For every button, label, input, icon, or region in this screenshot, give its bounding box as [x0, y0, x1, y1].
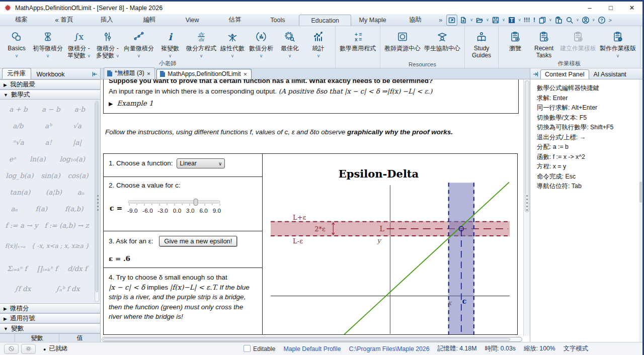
chevron-down-icon[interactable]: ∨ [592, 18, 595, 22]
chevron-down-icon[interactable]: ∨ [502, 18, 505, 22]
palette-expression[interactable]: aₙ [11, 205, 18, 213]
palette-expression[interactable]: eᵃ [9, 155, 16, 163]
menu-insert[interactable]: 插入 [86, 14, 128, 26]
palette-expression[interactable]: f(x)|ₓ₌ₐ [5, 242, 26, 249]
palette-expression[interactable]: sin(a) [41, 171, 60, 180]
menu-view[interactable]: View [171, 14, 214, 26]
palette-expression[interactable]: ln(a) [30, 155, 46, 163]
c-value-slider[interactable] [127, 197, 222, 207]
palette-expression[interactable]: f(a,b) [65, 205, 84, 213]
close-button[interactable]: ✕ [621, 2, 642, 14]
menu-overflow-icon[interactable] [437, 14, 444, 26]
palette-expression[interactable]: ∫ₐᵇ f dx [56, 285, 79, 293]
epsilon-delta-plot[interactable]: Epsilon-Delta L+ε 2*ε L L-ε y x c [263, 154, 517, 334]
tab-workbook[interactable]: Workbook [32, 70, 69, 79]
scrollbar-thumb[interactable] [525, 80, 529, 212]
section-calculus[interactable]: 微積分 [0, 303, 100, 313]
palette-expression[interactable]: tan(a) [10, 188, 30, 196]
palette-expression[interactable]: a − b [42, 105, 60, 113]
slider-thumb[interactable] [194, 199, 198, 206]
ribbon-item-recent-tasks[interactable]: Recent Tasks [530, 29, 558, 59]
interrupt-button[interactable] [4, 344, 19, 354]
palette-expression[interactable]: log₁₀(a) [60, 155, 86, 163]
section-variables[interactable]: 變數 [0, 323, 100, 333]
close-tab-icon[interactable] [244, 70, 248, 77]
ribbon-item-differential-equations[interactable]: dydx 微分方程式 [185, 29, 218, 59]
chevron-down-icon[interactable]: ∨ [518, 18, 521, 22]
palette-expression[interactable]: f := (a,b) → z [45, 221, 89, 229]
ribbon-item-study-guides[interactable]: Study Guides [467, 29, 496, 59]
palette-expression[interactable]: |a| [73, 138, 82, 146]
open-file-icon[interactable] [474, 15, 485, 25]
ribbon-item-complex-variables[interactable]: i 複變數 [156, 29, 184, 59]
ribbon-item-elementary-calculus[interactable]: 初等微積分 [31, 29, 64, 59]
example-toggle[interactable]: Example 1 [109, 99, 513, 107]
ribbon-item-calculus-single-variable[interactable]: ∫x 微積分 - 單變數 [65, 29, 93, 59]
palette-expression[interactable]: (a¦b) [46, 188, 62, 196]
palette-expression[interactable]: ⁿ√a [13, 138, 24, 146]
palette-expression[interactable]: { -x, x<a ; x, x≥a } [31, 242, 89, 249]
palette-expression[interactable]: a·b [74, 105, 85, 113]
section-common-symbols[interactable]: 通用符號 [0, 313, 100, 323]
workbook-navigator-icon[interactable] [446, 15, 457, 26]
ribbon-item-numerical-analysis[interactable]: 數值分析 [247, 29, 275, 59]
palette-expression[interactable]: aₙ [77, 188, 85, 196]
ribbon-item-student-help-center[interactable]: 學生協助中心 [423, 29, 462, 52]
close-tab-icon[interactable] [147, 70, 151, 77]
left-splitter-handle[interactable] [96, 195, 99, 211]
settings-button[interactable] [21, 344, 36, 354]
tab-ai-assistant[interactable]: AI Assistant [590, 70, 630, 79]
ribbon-item-make-template[interactable]: 製作作業樣版 [598, 29, 637, 59]
execute-all-icon[interactable]: !!! [523, 16, 531, 24]
palette-expression[interactable]: a! [45, 138, 51, 146]
collapse-panel-icon[interactable] [531, 71, 540, 79]
ribbon-item-teacher-resource-center[interactable]: 教師資源中心 [383, 29, 422, 52]
execute-icon[interactable]: ! [532, 16, 536, 24]
new-document-icon[interactable] [458, 15, 468, 25]
paste-icon[interactable] [553, 15, 564, 25]
tab-context-panel[interactable]: Context Panel [540, 69, 589, 79]
palette-expression[interactable]: log_b(a) [6, 171, 33, 180]
ribbon-item-calculus-multi-variable[interactable]: 微積分 - 多變數 [94, 29, 122, 59]
section-favorites[interactable]: 我的最愛 [0, 79, 100, 90]
palette-expression[interactable]: Σᵢ₌ₖⁿ f [7, 264, 27, 273]
collapse-sidebar-icon[interactable] [92, 71, 100, 79]
editable-checkbox[interactable] [244, 345, 251, 352]
menu-help[interactable]: 協助 [394, 14, 437, 26]
new-epsilon-button[interactable]: Give me a new epsilon! [159, 236, 237, 246]
minimize-button[interactable]: – [579, 2, 600, 14]
menu-tab-education[interactable]: Education [299, 15, 351, 26]
menu-tools[interactable]: Tools [256, 14, 299, 26]
palette-expression[interactable]: aᵇ [45, 122, 51, 130]
panel-scrollbar[interactable] [639, 79, 642, 342]
ribbon-item-browse-tasks[interactable]: 瀏覽 [501, 29, 529, 52]
chevron-down-icon[interactable]: ∨ [486, 18, 489, 22]
palette-expression[interactable]: f := a → y [6, 221, 38, 229]
menu-home[interactable]: 首頁 [43, 14, 86, 26]
ribbon-item-statistics[interactable]: 統計 [304, 29, 333, 59]
palette-expression[interactable]: ∏ᵢ₌ₖⁿ f [37, 264, 58, 273]
palette-expression[interactable]: √a [73, 122, 82, 130]
doc-tab-untitled[interactable]: *無標題 (3) [104, 67, 155, 79]
collapse-ribbon-icon[interactable] [55, 16, 58, 24]
palette-expression[interactable]: ∫f dx [15, 285, 31, 293]
ribbon-item-optimization[interactable]: 最佳化 [276, 29, 304, 59]
ribbon-item-basics[interactable]: Basics [3, 29, 31, 59]
menu-my-maple[interactable]: My Maple [351, 14, 394, 26]
palette-expression[interactable]: a + b [9, 105, 28, 113]
tab-component-library[interactable]: 元件庫 [2, 68, 31, 79]
ribbon-item-math-apps[interactable]: + =x = 數學應用程式 [338, 29, 377, 52]
chevron-down-icon[interactable]: ∨ [470, 18, 473, 22]
palette-expression[interactable]: d∕dx f [67, 264, 87, 273]
account-icon[interactable] [581, 15, 591, 25]
scrollbar-thumb[interactable] [103, 338, 510, 341]
function-dropdown[interactable]: Linear∨ [177, 158, 225, 168]
install-path-link[interactable]: C:\Program Files\Maple 2026 [349, 345, 430, 352]
zoom-icon[interactable] [565, 15, 575, 25]
chevron-down-icon[interactable]: ∨ [576, 18, 579, 22]
copy-icon[interactable] [537, 15, 547, 25]
right-splitter-handle[interactable] [525, 195, 528, 211]
ribbon-item-vector-calculus[interactable]: 向量微積分 [122, 29, 155, 59]
worksheet-view[interactable]: Suppose you want to prove that a certain… [101, 79, 523, 336]
palette-expression[interactable]: a/b [13, 122, 23, 130]
